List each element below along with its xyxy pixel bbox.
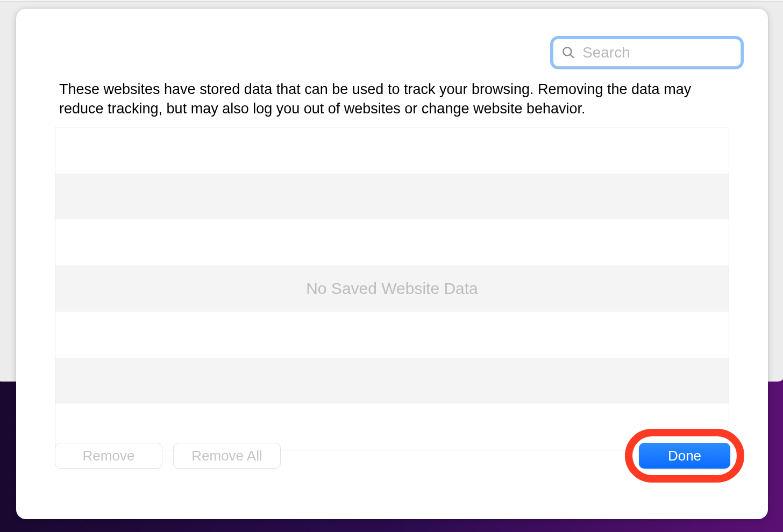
list-row — [55, 174, 729, 220]
website-data-list[interactable]: No Saved Website Data — [55, 127, 729, 450]
website-data-sheet: These websites have stored data that can… — [16, 9, 768, 519]
description-text: These websites have stored data that can… — [59, 80, 725, 119]
empty-state-text: No Saved Website Data — [55, 279, 729, 298]
search-input[interactable] — [553, 39, 741, 67]
list-row — [55, 358, 729, 404]
parent-toolbar-hint — [0, 0, 783, 2]
done-button[interactable]: Done — [639, 443, 730, 469]
remove-button[interactable]: Remove — [55, 443, 162, 469]
list-row — [55, 312, 729, 358]
remove-all-button[interactable]: Remove All — [173, 443, 281, 469]
list-row — [55, 219, 729, 265]
list-row — [55, 127, 729, 174]
search-field-container — [553, 39, 741, 67]
